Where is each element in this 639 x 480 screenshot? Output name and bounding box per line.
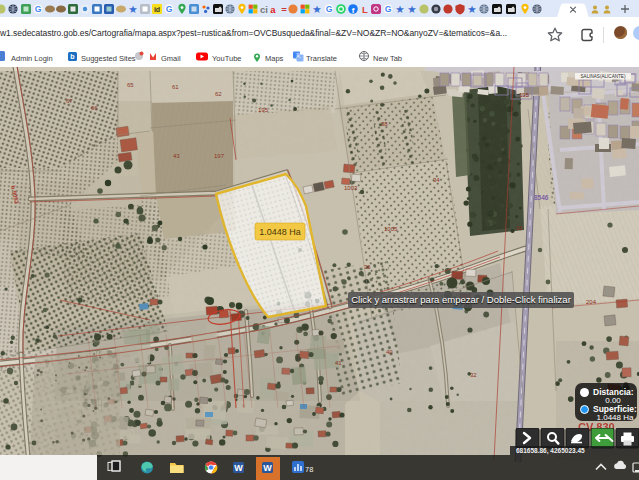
svg-text:f: f xyxy=(352,6,355,15)
svg-text:★: ★ xyxy=(128,3,137,15)
svg-text:G: G xyxy=(326,4,333,14)
svg-text:1.0448 Ha: 1.0448 Ha xyxy=(259,227,301,237)
svg-text:★: ★ xyxy=(312,3,321,15)
svg-text:W: W xyxy=(234,463,243,473)
svg-text:Suggested Sites: Suggested Sites xyxy=(81,54,136,63)
svg-text:b: b xyxy=(70,53,74,60)
svg-text:★: ★ xyxy=(395,3,404,15)
svg-text:W: W xyxy=(263,463,272,473)
svg-text:G: G xyxy=(385,4,392,14)
svg-text:Maps: Maps xyxy=(265,54,284,63)
svg-text:YouTube: YouTube xyxy=(212,54,241,63)
svg-text:New Tab: New Tab xyxy=(373,54,402,63)
svg-text:Gmail: Gmail xyxy=(161,54,181,63)
svg-text:SALINAS(ALICANTE): SALINAS(ALICANTE) xyxy=(581,74,626,79)
svg-text:文: 文 xyxy=(296,52,302,58)
svg-text:L: L xyxy=(362,4,368,15)
svg-text:id: id xyxy=(154,6,160,13)
svg-text:=: = xyxy=(281,4,287,15)
svg-text:★: ★ xyxy=(407,3,416,15)
svg-text:G: G xyxy=(35,4,42,14)
svg-text:Translate: Translate xyxy=(306,54,337,63)
svg-text:Admin Login: Admin Login xyxy=(11,54,53,63)
svg-text:★: ★ xyxy=(467,3,476,15)
svg-text:G: G xyxy=(166,4,173,14)
svg-text:ci: ci xyxy=(260,4,268,15)
svg-text:a: a xyxy=(270,4,276,15)
svg-text:78: 78 xyxy=(305,465,313,474)
